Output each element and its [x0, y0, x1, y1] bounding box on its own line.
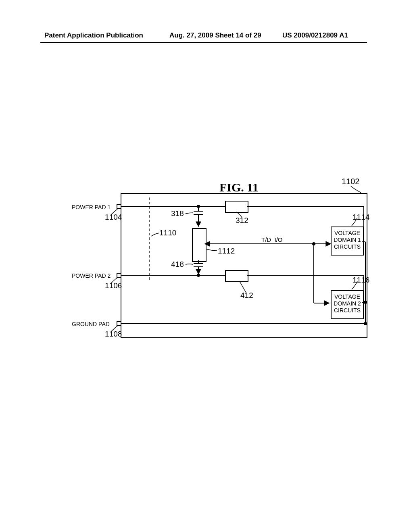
svg-rect-0 — [121, 193, 367, 338]
svg-point-23 — [197, 274, 200, 277]
svg-rect-1 — [117, 204, 121, 208]
svg-rect-3 — [117, 322, 121, 326]
svg-point-32 — [364, 322, 367, 325]
svg-rect-2 — [117, 273, 121, 277]
circuit-diagram-svg — [0, 0, 413, 532]
